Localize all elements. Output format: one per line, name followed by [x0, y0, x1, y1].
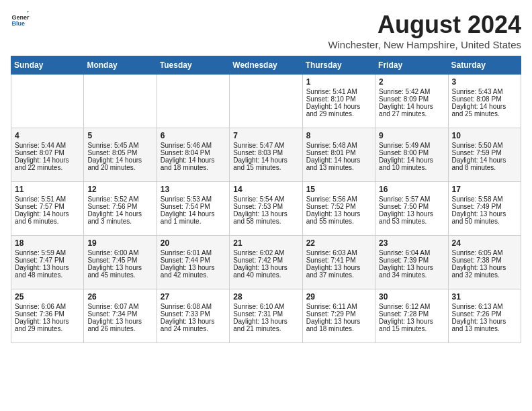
day-cell: 27Sunrise: 6:08 AMSunset: 7:33 PMDayligh…: [157, 289, 229, 343]
day-cell: 28Sunrise: 6:10 AMSunset: 7:31 PMDayligh…: [230, 289, 302, 343]
svg-text:Blue: Blue: [11, 20, 25, 27]
day-info: Sunrise: 5:45 AM: [87, 142, 152, 149]
day-cell: 10Sunrise: 5:50 AMSunset: 7:59 PMDayligh…: [448, 128, 521, 182]
day-cell: 7Sunrise: 5:47 AMSunset: 8:03 PMDaylight…: [230, 128, 302, 182]
day-info: Daylight: 13 hours: [379, 318, 444, 325]
day-cell: 5Sunrise: 5:45 AMSunset: 8:05 PMDaylight…: [84, 128, 157, 182]
page-header: General Blue August 2024 Winchester, New…: [11, 11, 521, 50]
day-number: 31: [452, 292, 517, 302]
day-info: Sunset: 7:39 PM: [379, 257, 444, 264]
day-info: Sunrise: 6:02 AM: [233, 249, 298, 257]
day-cell: 16Sunrise: 5:57 AMSunset: 7:50 PMDayligh…: [375, 182, 448, 236]
day-info: Sunset: 7:47 PM: [15, 257, 80, 264]
day-info: and 34 minutes.: [379, 271, 444, 279]
day-cell: 1Sunrise: 5:41 AMSunset: 8:10 PMDaylight…: [302, 75, 375, 128]
day-info: Sunrise: 5:54 AM: [233, 195, 298, 203]
day-info: and 15 minutes.: [379, 325, 444, 332]
day-number: 8: [306, 131, 371, 140]
day-info: Sunset: 7:42 PM: [233, 257, 298, 264]
day-number: 7: [233, 131, 298, 140]
day-cell: 19Sunrise: 6:00 AMSunset: 7:45 PMDayligh…: [84, 236, 157, 289]
day-info: and 45 minutes.: [87, 271, 152, 279]
col-header-monday: Monday: [84, 56, 157, 75]
day-cell: 4Sunrise: 5:44 AMSunset: 8:07 PMDaylight…: [11, 128, 84, 182]
day-info: Sunset: 7:59 PM: [452, 149, 517, 156]
col-header-saturday: Saturday: [448, 56, 521, 75]
day-info: Sunset: 7:56 PM: [87, 203, 152, 210]
day-cell: 14Sunrise: 5:54 AMSunset: 7:53 PMDayligh…: [230, 182, 302, 236]
day-info: and 50 minutes.: [452, 218, 517, 225]
day-info: and 18 minutes.: [306, 325, 371, 332]
day-cell: 21Sunrise: 6:02 AMSunset: 7:42 PMDayligh…: [230, 236, 302, 289]
day-info: Sunset: 7:28 PM: [379, 310, 444, 318]
day-info: Sunset: 7:53 PM: [233, 203, 298, 210]
day-number: 15: [306, 185, 371, 194]
day-cell: 26Sunrise: 6:07 AMSunset: 7:34 PMDayligh…: [84, 289, 157, 343]
day-info: Sunset: 7:29 PM: [306, 310, 371, 318]
day-info: Daylight: 14 hours: [306, 103, 371, 110]
day-number: 21: [233, 238, 298, 248]
day-cell: [84, 75, 157, 128]
day-cell: 15Sunrise: 5:56 AMSunset: 7:52 PMDayligh…: [302, 182, 375, 236]
day-info: Daylight: 14 hours: [87, 210, 152, 218]
day-number: 14: [233, 185, 298, 194]
day-cell: 3Sunrise: 5:43 AMSunset: 8:08 PMDaylight…: [448, 75, 521, 128]
day-info: Sunrise: 5:43 AM: [452, 88, 517, 95]
day-number: 16: [379, 185, 444, 194]
day-info: Daylight: 13 hours: [306, 264, 371, 271]
day-cell: 13Sunrise: 5:53 AMSunset: 7:54 PMDayligh…: [157, 182, 229, 236]
day-info: Sunset: 7:31 PM: [233, 310, 298, 318]
week-row-4: 18Sunrise: 5:59 AMSunset: 7:47 PMDayligh…: [11, 236, 521, 289]
day-info: Sunset: 8:03 PM: [233, 149, 298, 156]
day-info: Daylight: 13 hours: [233, 264, 298, 271]
day-info: Sunrise: 5:56 AM: [306, 195, 371, 203]
day-info: Sunset: 8:05 PM: [87, 149, 152, 156]
day-info: and 10 minutes.: [379, 164, 444, 171]
day-info: Daylight: 13 hours: [233, 210, 298, 218]
day-info: Sunrise: 6:03 AM: [306, 249, 371, 257]
day-cell: 9Sunrise: 5:49 AMSunset: 8:00 PMDaylight…: [375, 128, 448, 182]
day-info: Sunrise: 5:58 AM: [452, 195, 517, 203]
day-info: Daylight: 14 hours: [161, 210, 226, 218]
day-number: 5: [87, 131, 152, 140]
week-row-5: 25Sunrise: 6:06 AMSunset: 7:36 PMDayligh…: [11, 289, 521, 343]
day-info: Daylight: 13 hours: [306, 318, 371, 325]
day-info: Sunrise: 5:48 AM: [306, 142, 371, 149]
day-number: 19: [87, 238, 152, 248]
day-cell: 6Sunrise: 5:46 AMSunset: 8:04 PMDaylight…: [157, 128, 229, 182]
day-info: and 22 minutes.: [15, 164, 80, 171]
day-cell: 30Sunrise: 6:12 AMSunset: 7:28 PMDayligh…: [375, 289, 448, 343]
day-info: and 20 minutes.: [87, 164, 152, 171]
day-info: Sunset: 8:10 PM: [306, 95, 371, 103]
day-cell: 22Sunrise: 6:03 AMSunset: 7:41 PMDayligh…: [302, 236, 375, 289]
day-info: Sunset: 7:50 PM: [379, 203, 444, 210]
day-info: Daylight: 14 hours: [15, 156, 80, 164]
day-info: Daylight: 14 hours: [452, 103, 517, 110]
day-info: and 29 minutes.: [306, 110, 371, 118]
day-info: Sunset: 7:54 PM: [161, 203, 226, 210]
day-info: Sunrise: 5:57 AM: [379, 195, 444, 203]
day-info: and 29 minutes.: [15, 325, 80, 332]
day-number: 27: [161, 292, 226, 302]
calendar-table: SundayMondayTuesdayWednesdayThursdayFrid…: [11, 56, 521, 343]
day-info: Sunset: 7:49 PM: [452, 203, 517, 210]
day-info: Sunrise: 6:13 AM: [452, 303, 517, 310]
month-title: August 2024: [328, 11, 521, 39]
day-number: 10: [452, 131, 517, 140]
day-cell: 2Sunrise: 5:42 AMSunset: 8:09 PMDaylight…: [375, 75, 448, 128]
logo-icon: General Blue: [11, 11, 30, 30]
day-info: Daylight: 13 hours: [379, 210, 444, 218]
day-cell: 24Sunrise: 6:05 AMSunset: 7:38 PMDayligh…: [448, 236, 521, 289]
day-info: Sunrise: 6:10 AM: [233, 303, 298, 310]
day-info: Daylight: 13 hours: [87, 318, 152, 325]
day-info: and 58 minutes.: [233, 218, 298, 225]
day-info: and 42 minutes.: [161, 271, 226, 279]
day-info: Sunset: 7:41 PM: [306, 257, 371, 264]
col-header-sunday: Sunday: [11, 56, 84, 75]
day-cell: 31Sunrise: 6:13 AMSunset: 7:26 PMDayligh…: [448, 289, 521, 343]
col-header-wednesday: Wednesday: [230, 56, 302, 75]
day-info: Daylight: 14 hours: [379, 156, 444, 164]
day-info: Sunset: 8:01 PM: [306, 149, 371, 156]
day-info: and 18 minutes.: [161, 164, 226, 171]
day-info: and 25 minutes.: [452, 110, 517, 118]
